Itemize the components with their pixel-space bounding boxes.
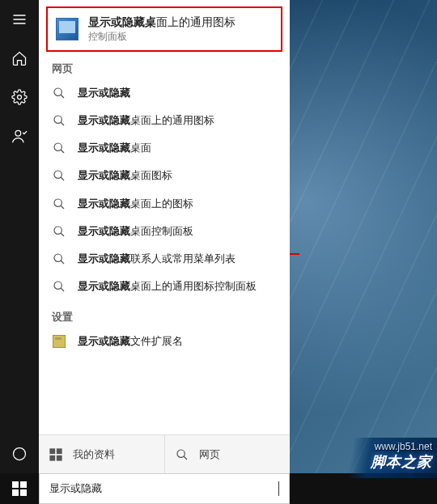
windows-logo-icon xyxy=(12,481,27,496)
web-result[interactable]: 显示或隐藏桌面图标 xyxy=(39,162,290,189)
windows-icon xyxy=(49,447,63,462)
web-result[interactable]: 显示或隐藏桌面上的通用图标控制面板 xyxy=(39,273,290,300)
search-icon xyxy=(175,447,189,462)
svg-point-10 xyxy=(54,282,62,289)
result-text: 显示或隐藏桌面上的通用图标控制面板 xyxy=(78,279,257,294)
start-sidebar xyxy=(0,0,39,473)
hamburger-menu-button[interactable] xyxy=(0,0,39,39)
search-icon xyxy=(52,197,66,211)
svg-point-6 xyxy=(54,171,62,178)
web-result[interactable]: 显示或隐藏桌面上的通用图标 xyxy=(39,107,290,134)
svg-point-2 xyxy=(14,448,26,460)
search-results-panel: 显示或隐藏桌面上的通用图标 控制面板 网页 显示或隐藏显示或隐藏桌面上的通用图标… xyxy=(39,0,290,473)
tab-web[interactable]: 网页 xyxy=(164,435,291,473)
search-input[interactable] xyxy=(49,483,278,495)
tab-my-stuff[interactable]: 我的资料 xyxy=(39,435,164,473)
web-result[interactable]: 显示或隐藏桌面上的图标 xyxy=(39,190,290,218)
result-text: 显示或隐藏桌面图标 xyxy=(78,168,172,183)
svg-point-8 xyxy=(54,227,62,234)
text-caret xyxy=(278,481,279,496)
file-icon xyxy=(52,334,66,349)
search-icon xyxy=(52,168,66,183)
best-match-subtitle: 控制面板 xyxy=(88,31,235,44)
svg-point-11 xyxy=(177,450,185,457)
svg-point-3 xyxy=(54,88,62,95)
web-result[interactable]: 显示或隐藏 xyxy=(39,79,290,107)
search-icon xyxy=(52,279,66,294)
search-icon xyxy=(52,86,66,100)
svg-point-7 xyxy=(54,199,62,206)
svg-point-9 xyxy=(54,254,62,261)
web-result[interactable]: 显示或隐藏桌面 xyxy=(39,134,290,162)
result-text: 显示或隐藏桌面上的通用图标 xyxy=(78,113,214,128)
cortana-circle-button[interactable] xyxy=(0,434,39,473)
control-panel-icon xyxy=(56,18,78,40)
best-match-result[interactable]: 显示或隐藏桌面上的通用图标 控制面板 xyxy=(46,6,282,52)
tab-my-stuff-label: 我的资料 xyxy=(73,447,115,462)
tab-web-label: 网页 xyxy=(199,447,220,462)
settings-gear-button[interactable] xyxy=(0,78,39,116)
search-filter-tabs: 我的资料 网页 xyxy=(39,434,290,473)
section-settings-label: 设置 xyxy=(39,300,290,328)
svg-point-4 xyxy=(54,116,62,123)
home-button[interactable] xyxy=(0,39,39,78)
result-text: 显示或隐藏 xyxy=(78,86,130,100)
web-result[interactable]: 显示或隐藏桌面控制面板 xyxy=(39,218,290,245)
search-icon xyxy=(52,252,66,266)
search-input-bar[interactable] xyxy=(39,473,290,504)
result-text: 显示或隐藏文件扩展名 xyxy=(78,334,183,349)
start-button[interactable] xyxy=(0,473,39,504)
svg-point-0 xyxy=(18,95,22,100)
svg-point-5 xyxy=(54,143,62,150)
section-web-label: 网页 xyxy=(39,52,290,79)
account-button[interactable] xyxy=(0,116,39,155)
result-text: 显示或隐藏桌面控制面板 xyxy=(78,224,193,239)
result-text: 显示或隐藏联系人或常用菜单列表 xyxy=(78,252,235,266)
search-icon xyxy=(52,224,66,239)
result-text: 显示或隐藏桌面上的图标 xyxy=(78,197,193,211)
best-match-title: 显示或隐藏桌面上的通用图标 xyxy=(88,15,235,29)
search-icon xyxy=(52,141,66,155)
result-text: 显示或隐藏桌面 xyxy=(78,141,151,155)
search-icon xyxy=(52,113,66,128)
settings-result[interactable]: 显示或隐藏文件扩展名 xyxy=(39,328,290,355)
svg-point-1 xyxy=(15,130,21,136)
web-result[interactable]: 显示或隐藏联系人或常用菜单列表 xyxy=(39,245,290,273)
